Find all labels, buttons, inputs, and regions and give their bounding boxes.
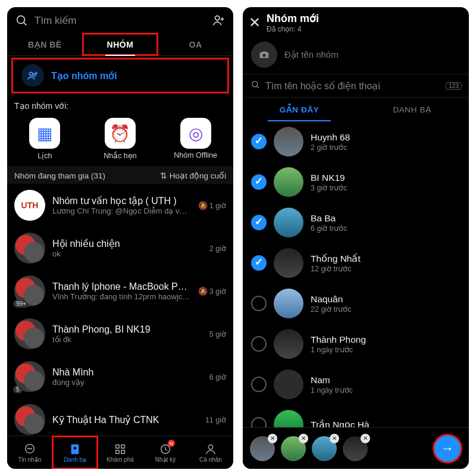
search-contacts-row[interactable]: Tìm tên hoặc số điện thoại 123 <box>243 74 469 98</box>
group-subtitle: Vĩnh Trường: đang tính 12prm haowjc 13… <box>52 292 191 301</box>
group-title: Hội nhiều chiện <box>52 238 202 249</box>
nav-messages[interactable]: Tin nhắn <box>7 436 52 469</box>
camera-icon[interactable] <box>251 42 277 68</box>
contact-row[interactable]: BI NK193 giờ trước <box>243 162 469 202</box>
group-name-input[interactable]: Đặt tên nhóm <box>284 49 339 60</box>
group-row[interactable]: 99+Thanh lý Iphone - MacBook P…Vĩnh Trườ… <box>7 270 233 312</box>
tab-recent[interactable]: GẦN ĐÂY <box>243 98 356 121</box>
screen-new-group: ✕ Nhóm mới Đã chọn: 4 Đặt tên nhóm Tìm t… <box>243 7 469 469</box>
contact-name: Thành Phong <box>311 334 366 345</box>
avatar <box>274 369 303 399</box>
muted-icon: 🔕 <box>198 201 208 210</box>
selected-chip[interactable] <box>312 436 337 461</box>
create-group-icon <box>21 64 44 87</box>
contact-row[interactable]: Nam1 ngày trước <box>243 364 469 405</box>
contact-time: 3 giờ trước <box>311 183 347 192</box>
selected-chip[interactable] <box>281 436 306 461</box>
quick-create-reminder[interactable]: ⏰ Nhắc hẹn <box>92 118 149 160</box>
tab-groups[interactable]: NHÓM <box>83 33 158 55</box>
tab-friends[interactable]: BẠN BÈ <box>7 33 83 55</box>
svg-point-14 <box>74 446 77 449</box>
search-input[interactable]: Tìm kiếm <box>35 14 206 27</box>
page-title: Nhóm mới <box>267 12 319 25</box>
group-row[interactable]: Kỹ Thuật Ha Thuỷ CTNK11 giờ <box>7 398 233 436</box>
svg-point-22 <box>252 82 258 87</box>
group-row[interactable]: Thành Phong, BI NK19tối đk5 giờ <box>7 312 233 355</box>
avatar <box>14 233 45 264</box>
group-time: 5 giờ <box>209 330 226 339</box>
contact-tabs: BẠN BÈ NHÓM OA <box>7 33 233 56</box>
checkbox[interactable] <box>251 174 267 190</box>
group-title: Thanh lý Iphone - MacBook P… <box>52 281 191 292</box>
joined-groups-header: Nhóm đang tham gia (31) ⇅ Hoạt động cuối <box>7 166 233 184</box>
checkbox[interactable] <box>251 336 267 352</box>
contact-row[interactable]: Huynh 682 giờ trước <box>243 121 469 162</box>
alarm-icon: ⏰ <box>105 118 136 149</box>
checkbox[interactable] <box>251 377 267 392</box>
group-row[interactable]: 5Nhà Mìnhđúng vậy6 giờ <box>7 355 233 398</box>
group-row[interactable]: UTHNhóm tư vấn học tập ( UTH )Lương Chí … <box>7 184 233 227</box>
close-icon[interactable]: ✕ <box>249 14 261 31</box>
new-group-header: ✕ Nhóm mới Đã chọn: 4 <box>243 7 469 36</box>
group-time: 🔕1 giờ <box>198 201 226 210</box>
avatar <box>274 208 303 237</box>
group-time: 🔕3 giờ <box>198 287 226 296</box>
selected-chip[interactable] <box>343 436 368 461</box>
svg-rect-17 <box>116 450 120 453</box>
recent-contact-list: Huynh 682 giờ trướcBI NK193 giờ trướcBa … <box>243 121 469 469</box>
contact-row[interactable]: Thành Phong1 ngày trước <box>243 324 469 364</box>
contact-name: Huynh 68 <box>311 132 350 143</box>
avatar <box>274 167 303 197</box>
keyboard-toggle[interactable]: 123 <box>446 82 462 90</box>
svg-point-12 <box>31 448 32 449</box>
checkbox[interactable] <box>251 255 267 271</box>
quick-create-calendar[interactable]: ▦ Lịch <box>16 118 73 160</box>
svg-rect-15 <box>116 444 120 448</box>
checkbox[interactable] <box>251 296 267 311</box>
avatar <box>274 289 303 318</box>
checkbox[interactable] <box>251 215 267 230</box>
nav-discover[interactable]: Khám phá <box>98 436 143 469</box>
svg-point-2 <box>215 16 220 20</box>
contact-time: 1 ngày trước <box>311 345 366 354</box>
selected-count: Đã chọn: 4 <box>267 25 319 33</box>
avatar <box>274 248 303 278</box>
svg-point-10 <box>28 448 29 449</box>
avatar: 5 <box>14 361 45 392</box>
create-group-label: Tạo nhóm mới <box>51 70 117 82</box>
contact-source-tabs: GẦN ĐÂY DANH BẠ <box>243 98 469 121</box>
svg-rect-16 <box>121 444 125 448</box>
contact-row[interactable]: Ba Ba6 giờ trước <box>243 202 469 243</box>
search-icon[interactable] <box>13 12 30 29</box>
svg-rect-18 <box>121 450 125 453</box>
search-contacts-input[interactable]: Tìm tên hoặc số điện thoại <box>265 80 441 92</box>
tab-oa[interactable]: OA <box>158 33 233 55</box>
tab-phonebook[interactable]: DANH BẠ <box>356 98 469 121</box>
avatar: 99+ <box>14 275 45 306</box>
share-icon: ◎ <box>180 118 211 149</box>
nav-timeline[interactable]: N Nhật ký <box>143 436 188 469</box>
nav-profile[interactable]: Cá nhân <box>188 436 233 469</box>
group-title: Thành Phong, BI NK19 <box>52 324 202 335</box>
svg-point-11 <box>29 448 30 449</box>
search-icon <box>250 79 261 92</box>
checkbox[interactable] <box>251 134 267 149</box>
unread-badge: 99+ <box>13 300 29 308</box>
confirm-button[interactable]: → <box>433 434 462 463</box>
group-time: 2 giờ <box>209 244 226 253</box>
sort-button[interactable]: ⇅ Hoạt động cuối <box>160 171 226 180</box>
quick-create-offline[interactable]: ◎ Nhóm Offline <box>167 118 224 160</box>
contact-time: 6 giờ trước <box>311 224 347 233</box>
avatar <box>274 127 303 156</box>
svg-point-20 <box>208 444 212 449</box>
create-group-button[interactable]: Tạo nhóm mới <box>12 58 228 93</box>
selected-chip[interactable] <box>250 436 275 461</box>
contact-row[interactable]: Thống Nhất12 giờ trước <box>243 243 469 283</box>
group-row[interactable]: Hội nhiều chiệnok2 giờ <box>7 227 233 270</box>
group-subtitle: Lương Chí Trung: @Ngọc Diễm dạ vâng ạ… <box>52 206 191 215</box>
group-title: Nhóm tư vấn học tập ( UTH ) <box>52 195 191 206</box>
svg-point-6 <box>33 74 36 76</box>
nav-contacts[interactable]: Danh bạ <box>52 436 98 469</box>
add-friend-icon[interactable] <box>211 12 227 29</box>
contact-row[interactable]: Naquân22 giờ trước <box>243 283 469 324</box>
